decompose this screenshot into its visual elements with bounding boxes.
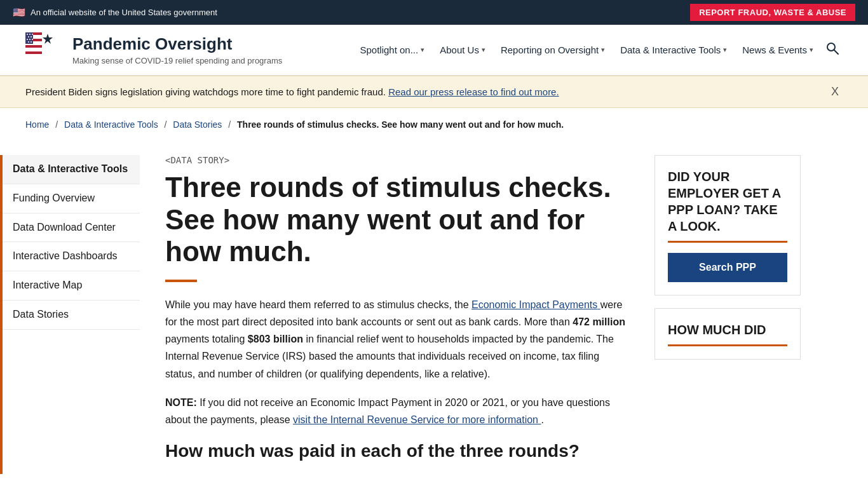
us-flag-icon: 🇺🇸 [13,6,25,18]
payment-count: 472 million [573,316,625,327]
svg-marker-19 [43,34,53,44]
chevron-down-icon: ▾ [810,46,813,54]
note-label: NOTE: [165,397,197,408]
irs-link[interactable]: visit the Internal Revenue Service for m… [293,414,541,425]
site-title: Pandemic Oversight [72,34,282,54]
section-heading: How much was paid in each of the three r… [165,441,629,461]
how-much-title: HOW MUCH DID [668,322,787,346]
right-sidebar: DID YOUR EMPLOYER GET A PPP LOAN? TAKE A… [648,142,813,474]
svg-point-18 [31,41,32,43]
svg-rect-5 [25,45,42,48]
sidebar-item-data-tools[interactable]: Data & Interactive Tools [3,155,140,184]
sidebar-item-dashboards[interactable]: Interactive Dashboards [3,242,140,271]
ppp-title: DID YOUR EMPLOYER GET A PPP LOAN? TAKE A… [668,168,787,243]
article-title: Three rounds of stimulus checks. See how… [165,172,629,268]
title-underline [165,280,197,282]
alert-link[interactable]: Read our press release to find out more. [388,86,559,97]
svg-point-16 [32,39,33,40]
nav-about[interactable]: About Us ▾ [433,39,492,60]
breadcrumb: Home / Data & Interactive Tools / Data S… [0,108,868,136]
breadcrumb-separator: / [165,119,167,130]
site-logo [25,32,64,67]
ppp-search-button[interactable]: Search PPP [668,253,787,282]
svg-point-9 [27,34,28,35]
nav-spotlight[interactable]: Spotlight on... ▾ [353,39,431,60]
sidebar-item-funding[interactable]: Funding Overview [3,184,140,214]
site-subtitle: Making sense of COVID-19 relief spending… [72,56,282,65]
breadcrumb-separator: / [55,119,58,130]
logo-area: Pandemic Oversight Making sense of COVID… [25,32,282,67]
nav-reporting[interactable]: Reporting on Oversight ▾ [494,39,611,60]
sidebar-item-download[interactable]: Data Download Center [3,214,140,243]
official-gov-text: An official website of the United States… [31,8,217,17]
top-bar: 🇺🇸 An official website of the United Sta… [0,0,868,25]
chevron-down-icon: ▾ [601,46,605,54]
eip-link[interactable]: Economic Impact Payments [471,299,600,310]
main-layout: Data & Interactive Tools Funding Overvie… [0,136,868,488]
svg-point-10 [29,34,31,35]
svg-point-15 [29,39,31,40]
breadcrumb-data-tools[interactable]: Data & Interactive Tools [64,119,158,130]
site-header: Pandemic Oversight Making sense of COVID… [0,25,868,76]
chevron-down-icon: ▾ [723,46,727,54]
alert-text: President Biden signs legislation giving… [25,86,559,97]
sidebar: Data & Interactive Tools Funding Overvie… [0,155,140,474]
svg-line-21 [834,50,838,54]
report-fraud-button[interactable]: REPORT FRAUD, WASTE & ABUSE [690,4,855,21]
svg-rect-6 [25,48,42,51]
article-body-paragraph: While you may have heard them referred t… [165,296,629,383]
payment-total: $803 billion [248,334,303,344]
sidebar-item-map[interactable]: Interactive Map [3,271,140,301]
ppp-box: DID YOUR EMPLOYER GET A PPP LOAN? TAKE A… [654,155,801,295]
article-content: <DATA STORY> Three rounds of stimulus ch… [140,142,648,474]
breadcrumb-separator: / [228,119,231,130]
alert-banner: President Biden signs legislation giving… [0,76,868,108]
svg-point-14 [27,39,28,40]
story-label: <DATA STORY> [165,155,629,165]
sidebar-item-stories[interactable]: Data Stories [3,301,140,330]
how-much-box: HOW MUCH DID [654,308,801,360]
svg-point-12 [28,36,29,37]
main-nav: Spotlight on... ▾ About Us ▾ Reporting o… [353,38,843,62]
nav-news-events[interactable]: News & Events ▾ [736,39,820,60]
svg-point-11 [32,34,33,35]
svg-point-20 [827,43,835,51]
alert-close-button[interactable]: X [827,85,843,98]
svg-point-13 [31,36,32,37]
chevron-down-icon: ▾ [421,46,424,54]
site-branding: Pandemic Oversight Making sense of COVID… [72,34,282,65]
breadcrumb-current: Three rounds of stimulus checks. See how… [237,119,564,130]
nav-data-tools[interactable]: Data & Interactive Tools ▾ [614,39,733,60]
top-bar-left: 🇺🇸 An official website of the United Sta… [13,6,217,18]
svg-rect-7 [25,51,42,54]
note-paragraph: NOTE: If you did not receive an Economic… [165,394,629,428]
search-button[interactable] [822,38,843,62]
breadcrumb-data-stories[interactable]: Data Stories [173,119,222,130]
breadcrumb-home[interactable]: Home [25,119,49,130]
chevron-down-icon: ▾ [482,46,485,54]
svg-point-17 [28,41,29,43]
